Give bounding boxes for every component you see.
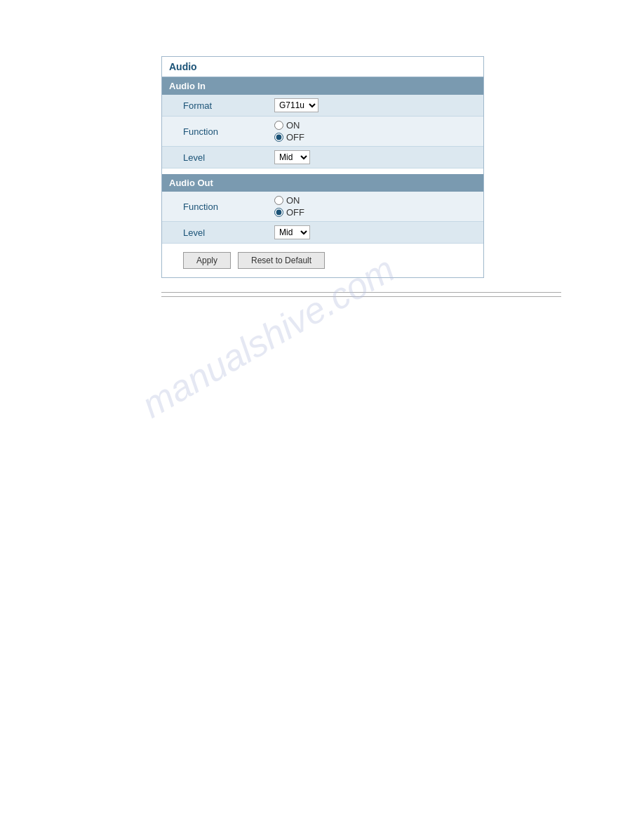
audio-out-on-label[interactable]: ON: [286, 195, 300, 206]
audio-out-section-header: Audio Out: [162, 174, 483, 192]
page-wrapper: Audio Audio In Format G711u G711a G726 G…: [0, 0, 644, 297]
audio-out-level-row: Level Low Mid High: [162, 222, 483, 244]
apply-button[interactable]: Apply: [183, 252, 231, 269]
audio-in-level-row: Level Low Mid High: [162, 147, 483, 168]
reset-button[interactable]: Reset to Default: [238, 252, 325, 269]
audio-in-function-label: Function: [183, 126, 274, 137]
audio-in-on-row: ON: [274, 120, 304, 131]
audio-in-level-select[interactable]: Low Mid High: [274, 150, 310, 164]
format-select[interactable]: G711u G711a G726 G729: [274, 98, 318, 112]
format-label: Format: [183, 100, 274, 111]
audio-in-on-radio[interactable]: [274, 121, 283, 130]
divider-line-2: [161, 296, 561, 297]
audio-in-off-label[interactable]: OFF: [286, 132, 304, 143]
audio-in-off-row: OFF: [274, 132, 304, 143]
button-row: Apply Reset to Default: [162, 244, 483, 277]
audio-in-off-radio[interactable]: [274, 133, 283, 142]
audio-out-level-label: Level: [183, 227, 274, 238]
audio-out-on-row: ON: [274, 195, 304, 206]
audio-in-level-label: Level: [183, 152, 274, 163]
audio-out-function-label: Function: [183, 201, 274, 212]
audio-in-function-controls: ON OFF: [274, 120, 304, 143]
audio-out-off-row: OFF: [274, 207, 304, 218]
audio-out-function-controls: ON OFF: [274, 195, 304, 218]
audio-in-section-header: Audio In: [162, 77, 483, 95]
divider-line-1: [161, 292, 561, 293]
audio-out-function-row: Function ON OFF: [162, 192, 483, 222]
audio-in-function-row: Function ON OFF: [162, 117, 483, 147]
audio-in-level-control: Low Mid High: [274, 150, 310, 164]
audio-panel: Audio Audio In Format G711u G711a G726 G…: [161, 56, 484, 278]
audio-in-on-label[interactable]: ON: [286, 120, 300, 131]
audio-out-on-radio[interactable]: [274, 196, 283, 205]
audio-out-off-radio[interactable]: [274, 208, 283, 217]
audio-out-level-select[interactable]: Low Mid High: [274, 225, 310, 239]
audio-out-off-label[interactable]: OFF: [286, 207, 304, 218]
format-row: Format G711u G711a G726 G729: [162, 95, 483, 117]
panel-title: Audio: [162, 57, 483, 77]
audio-out-level-control: Low Mid High: [274, 225, 310, 239]
format-control: G711u G711a G726 G729: [274, 98, 318, 112]
spacer: [162, 168, 483, 174]
